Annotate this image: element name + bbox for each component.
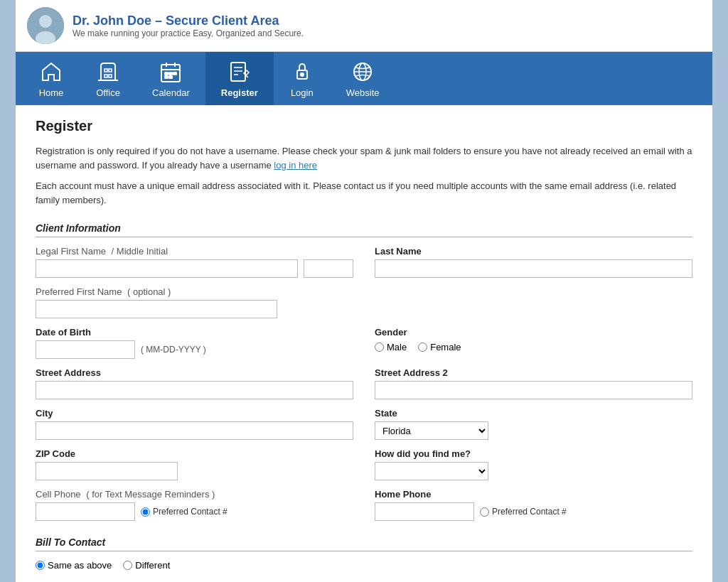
preferred-name-row: Preferred First Name ( optional ) — [36, 286, 692, 318]
city-input[interactable] — [36, 421, 353, 440]
last-name-label: Last Name — [375, 246, 692, 257]
gender-male-radio[interactable] — [375, 343, 384, 352]
nav-register[interactable]: Register — [205, 52, 274, 105]
login-link[interactable]: log in here — [274, 160, 317, 171]
state-select[interactable]: Florida Alabama Alaska Arizona Californi… — [375, 421, 488, 440]
how-find-select[interactable]: Google Friend Social Media Other — [375, 462, 488, 480]
svg-point-1 — [39, 15, 52, 28]
cell-preferred-radio[interactable] — [141, 507, 150, 517]
website-icon — [350, 59, 375, 85]
address-row: Street Address Street Address 2 — [36, 367, 692, 399]
gender-female-radio[interactable] — [418, 343, 427, 352]
street-address2-col: Street Address 2 — [375, 367, 692, 399]
street-address-label: Street Address — [36, 367, 353, 378]
dob-input-row: ( MM-DD-YYYY ) — [36, 340, 353, 359]
page-header: Dr. John Doe – Secure Client Area We mak… — [16, 0, 712, 52]
page-title: Register — [36, 118, 692, 134]
cell-phone-label: Cell Phone ( for Text Message Reminders … — [36, 489, 353, 500]
nav-website[interactable]: Website — [331, 52, 395, 105]
main-nav: Home Office Calendar Register — [16, 52, 712, 105]
preferred-name-col: Preferred First Name ( optional ) — [36, 286, 277, 318]
gender-male-label: Male — [387, 342, 407, 352]
state-col: State Florida Alabama Alaska Arizona Cal… — [375, 408, 692, 440]
svg-point-23 — [301, 73, 304, 76]
gender-options: Male Female — [375, 342, 692, 352]
client-info-section-header: Client Information — [36, 222, 692, 237]
street-address-col: Street Address — [36, 367, 353, 399]
nav-calendar[interactable]: Calendar — [136, 52, 205, 105]
svg-rect-12 — [165, 72, 168, 75]
preferred-name-spacer — [299, 286, 692, 318]
cell-phone-input[interactable] — [36, 502, 135, 521]
intro-paragraph-2: Each account must have a unique email ad… — [36, 179, 692, 207]
gender-female-label: Female — [430, 342, 461, 352]
home-preferred-label: Preferred Contact # — [492, 507, 567, 517]
home-preferred-radio[interactable] — [480, 507, 489, 517]
name-row: Legal First Name / Middle Initial Last N… — [36, 246, 692, 278]
register-icon — [227, 59, 252, 85]
zip-input[interactable] — [36, 462, 178, 480]
preferred-first-name-input[interactable] — [36, 300, 277, 318]
avatar — [27, 7, 64, 44]
gender-male-option[interactable]: Male — [375, 342, 407, 352]
dob-col: Date of Birth ( MM-DD-YYYY ) — [36, 327, 353, 359]
office-icon — [95, 59, 121, 85]
zip-label: ZIP Code — [36, 448, 353, 459]
dob-label: Date of Birth — [36, 327, 353, 338]
how-find-label: How did you find me? — [375, 448, 692, 459]
bill-same-option[interactable]: Same as above — [36, 560, 112, 571]
city-state-row: City State Florida Alabama Alaska Arizon… — [36, 408, 692, 440]
last-name-input[interactable] — [375, 259, 692, 278]
zip-col: ZIP Code — [36, 448, 353, 480]
nav-office[interactable]: Office — [80, 52, 136, 105]
svg-rect-4 — [105, 69, 107, 72]
bill-different-radio[interactable] — [123, 561, 132, 570]
bill-different-option[interactable]: Different — [123, 560, 170, 571]
nav-login-label: Login — [291, 87, 314, 98]
gender-female-option[interactable]: Female — [418, 342, 461, 352]
city-col: City — [36, 408, 353, 440]
header-text: Dr. John Doe – Secure Client Area We mak… — [73, 14, 304, 38]
preferred-first-name-label: Preferred First Name ( optional ) — [36, 286, 277, 297]
bill-different-label: Different — [135, 560, 170, 571]
nav-office-label: Office — [96, 87, 120, 98]
cell-phone-col: Cell Phone ( for Text Message Reminders … — [36, 489, 353, 521]
svg-rect-5 — [109, 69, 112, 72]
bill-to-title: Bill To Contact — [36, 537, 105, 548]
login-icon — [289, 59, 315, 85]
home-phone-input[interactable] — [375, 502, 474, 521]
bill-to-section-header: Bill To Contact — [36, 537, 692, 551]
svg-rect-13 — [169, 72, 172, 75]
gender-col: Gender Male Female — [375, 327, 692, 359]
dob-hint: ( MM-DD-YYYY ) — [141, 345, 206, 355]
site-subtitle: We make running your practice Easy, Orga… — [73, 28, 304, 38]
cell-preferred-label: Preferred Contact # — [153, 507, 228, 517]
home-preferred-option[interactable]: Preferred Contact # — [480, 507, 567, 517]
nav-website-label: Website — [346, 87, 380, 98]
svg-line-21 — [246, 75, 248, 77]
nav-register-label: Register — [221, 87, 258, 98]
bill-options: Same as above Different — [36, 560, 692, 571]
site-title: Dr. John Doe – Secure Client Area — [73, 14, 304, 28]
nav-home[interactable]: Home — [23, 52, 80, 105]
street-address-input[interactable] — [36, 381, 353, 399]
legal-first-name-input[interactable] — [36, 259, 298, 278]
home-phone-col: Home Phone Preferred Contact # — [375, 489, 692, 521]
main-content: Register Registration is only required i… — [16, 105, 712, 582]
dob-input[interactable] — [36, 340, 135, 359]
bill-same-label: Same as above — [48, 560, 112, 571]
nav-login[interactable]: Login — [274, 52, 331, 105]
city-label: City — [36, 408, 353, 419]
client-info-title: Client Information — [36, 222, 121, 234]
middle-initial-input[interactable] — [304, 259, 353, 278]
home-phone-inputs: Preferred Contact # — [375, 502, 692, 521]
legal-name-inputs — [36, 259, 353, 278]
svg-rect-6 — [105, 75, 107, 77]
home-icon — [38, 59, 64, 85]
nav-calendar-label: Calendar — [152, 87, 190, 98]
dob-gender-row: Date of Birth ( MM-DD-YYYY ) Gender Male… — [36, 327, 692, 359]
bill-same-radio[interactable] — [36, 561, 45, 570]
nav-home-label: Home — [39, 87, 64, 98]
street-address2-input[interactable] — [375, 381, 692, 399]
cell-preferred-option[interactable]: Preferred Contact # — [141, 507, 228, 517]
